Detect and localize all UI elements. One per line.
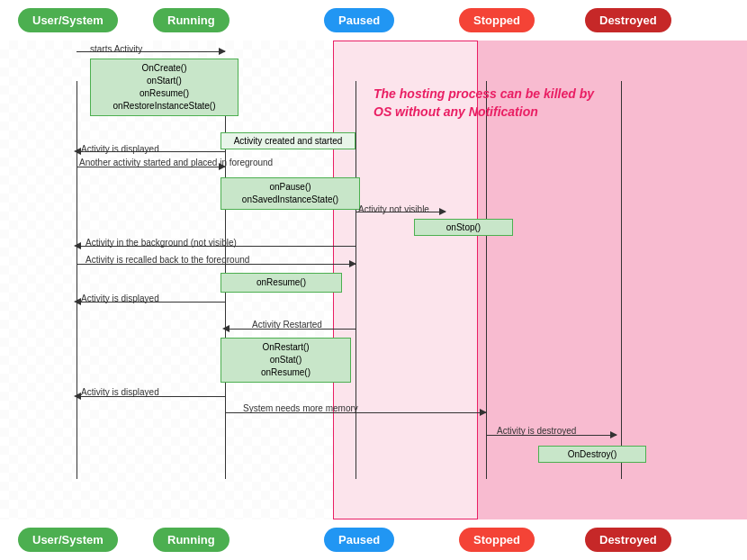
footer-pill-stopped: Stopped bbox=[459, 528, 535, 552]
arrow-activity-displayed-3-head bbox=[74, 393, 81, 400]
lifeline-destroyed bbox=[621, 81, 622, 479]
box-onresume: onResume() bbox=[220, 273, 342, 293]
arrow-bg-not-visible-head bbox=[74, 242, 81, 249]
arrow-activity-not-visible-head bbox=[439, 208, 446, 215]
box-ondestroy: OnDestroy() bbox=[538, 446, 646, 463]
box-activity-created: Activity created and started bbox=[220, 132, 356, 149]
label-system-memory: System needs more memory bbox=[243, 403, 358, 413]
arrow-recalled-foreground-head bbox=[349, 260, 356, 267]
footer-pill-running: Running bbox=[153, 528, 230, 552]
header-pill-user-system: User/System bbox=[18, 8, 118, 32]
label-recalled-foreground: Activity is recalled back to the foregro… bbox=[86, 255, 249, 265]
footer-pill-destroyed: Destroyed bbox=[585, 528, 671, 552]
arrow-activity-destroyed-head bbox=[610, 431, 617, 438]
box-onpause: onPause()onSavedInstanceState() bbox=[220, 177, 360, 210]
box-onstop: onStop() bbox=[414, 219, 513, 236]
arrow-activity-displayed-1-head bbox=[74, 148, 81, 155]
header-pill-stopped: Stopped bbox=[459, 8, 535, 32]
box-oncreate: OnCreate()onStart()onResume()onRestoreIn… bbox=[90, 59, 238, 116]
header-pill-destroyed: Destroyed bbox=[585, 8, 671, 32]
box-onrestart: OnRestart()onStat()onResume() bbox=[220, 338, 351, 383]
footer-pill-paused: Paused bbox=[324, 528, 394, 552]
label-bg-not-visible: Activity in the background (not visible) bbox=[86, 238, 237, 248]
arrow-activity-displayed-2-head bbox=[74, 298, 81, 305]
diagram-content: The hosting process can be killed byOS w… bbox=[0, 41, 747, 519]
label-activity-displayed-2: Activity is displayed bbox=[81, 294, 159, 303]
label-activity-destroyed: Activity is destroyed bbox=[497, 426, 576, 436]
footer-row: User/System Running Paused Stopped Destr… bbox=[0, 519, 747, 560]
label-activity-displayed-1: Activity is displayed bbox=[81, 144, 159, 154]
arrow-system-memory-head bbox=[480, 409, 487, 416]
arrow-starts-activity-head bbox=[219, 48, 226, 55]
header-pill-paused: Paused bbox=[324, 8, 394, 32]
header-row: User/System Running Paused Stopped Destr… bbox=[0, 0, 747, 41]
lifeline-paused bbox=[356, 81, 356, 479]
label-activity-displayed-3: Activity is displayed bbox=[81, 387, 159, 397]
label-starts-activity: starts Activity bbox=[90, 44, 142, 54]
lifeline-user-system bbox=[76, 81, 77, 479]
footer-pill-user-system: User/System bbox=[18, 528, 118, 552]
label-activity-not-visible: Activity not visible bbox=[358, 204, 429, 214]
hosting-process-text: The hosting process can be killed byOS w… bbox=[374, 86, 706, 121]
lifeline-stopped bbox=[486, 81, 487, 479]
arrow-activity-restarted-head bbox=[222, 325, 230, 332]
header-pill-running: Running bbox=[153, 8, 230, 32]
label-another-activity: Another activity started and placed in f… bbox=[79, 158, 219, 168]
label-activity-restarted: Activity Restarted bbox=[252, 320, 322, 330]
diagram-container: User/System Running Paused Stopped Destr… bbox=[0, 0, 747, 560]
